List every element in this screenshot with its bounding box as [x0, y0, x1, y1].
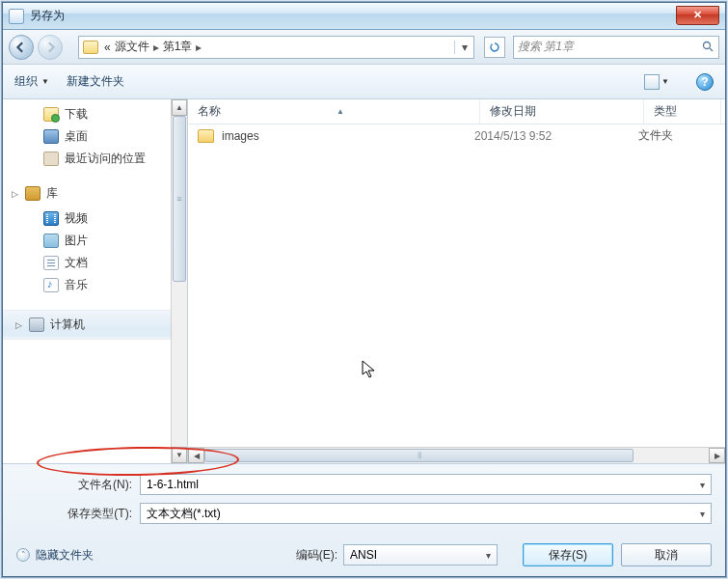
back-button[interactable] — [9, 35, 34, 60]
chevron-down-icon: ▼ — [41, 77, 49, 86]
view-menu[interactable]: ▼ — [644, 74, 669, 90]
window-title: 另存为 — [30, 8, 676, 24]
filetype-combo[interactable]: 文本文档(*.txt) — [140, 503, 712, 524]
folder-icon — [83, 41, 98, 54]
sidebar-tree: 下载 桌面 最近访问的位置 ▷ 库 视频 — [3, 99, 171, 463]
image-icon — [43, 234, 59, 248]
scroll-down-button[interactable]: ▼ — [172, 447, 187, 463]
encoding-label: 编码(E): — [296, 547, 337, 564]
computer-icon — [29, 317, 44, 332]
scroll-track[interactable] — [172, 116, 187, 447]
breadcrumb[interactable]: « 源文件 ▸ 第1章 ▸ ▾ — [78, 36, 474, 59]
music-icon — [43, 278, 59, 292]
chevron-right-icon: ▸ — [196, 41, 202, 54]
chevron-right-icon: ▷ — [14, 320, 23, 330]
search-icon — [702, 41, 715, 53]
sidebar-item-pictures[interactable]: 图片 — [3, 230, 171, 252]
help-button[interactable]: ? — [696, 73, 714, 91]
scroll-thumb[interactable] — [204, 449, 634, 462]
search-placeholder: 搜索 第1章 — [518, 39, 702, 55]
cursor-icon — [362, 360, 379, 381]
refresh-button[interactable] — [484, 37, 505, 58]
close-button[interactable]: ✕ — [676, 6, 719, 25]
breadcrumb-part[interactable]: 源文件 — [115, 39, 149, 55]
app-icon — [9, 9, 24, 24]
scroll-left-button[interactable]: ◀ — [188, 448, 204, 463]
nav-bar: « 源文件 ▸ 第1章 ▸ ▾ 搜索 第1章 — [3, 30, 725, 65]
filetype-label: 保存类型(T): — [16, 506, 140, 522]
filename-row: 文件名(N): 1-6-1.html — [16, 474, 712, 495]
column-name[interactable]: 名称 ▲ — [188, 99, 480, 124]
chevron-right-icon: ▸ — [153, 41, 159, 54]
footer-row: ˄ 隐藏文件夹 编码(E): ANSI 保存(S) 取消 — [16, 543, 712, 566]
sidebar-item-recent[interactable]: 最近访问的位置 — [3, 148, 171, 170]
chevron-right-icon: ▷ — [11, 189, 19, 199]
column-type[interactable]: 类型 — [644, 99, 721, 124]
breadcrumb-part[interactable]: 第1章 — [163, 39, 193, 55]
video-icon — [43, 211, 59, 226]
chevron-up-icon: ˄ — [16, 548, 30, 562]
forward-button[interactable] — [38, 35, 63, 60]
sidebar-group-library[interactable]: ▷ 库 — [3, 179, 171, 207]
file-list[interactable]: images 2014/5/13 9:52 文件夹 — [188, 124, 725, 447]
file-pane: 名称 ▲ 修改日期 类型 images 2014/5/13 9:52 文件夹 — [188, 99, 725, 463]
hide-folders-toggle[interactable]: ˄ 隐藏文件夹 — [16, 547, 94, 564]
filename-input[interactable]: 1-6-1.html — [140, 474, 712, 495]
scroll-thumb[interactable] — [173, 116, 186, 282]
folder-icon — [198, 129, 214, 143]
save-as-dialog: 另存为 ✕ « 源文件 ▸ 第1章 ▸ ▾ 搜索 第1章 组织 — [2, 2, 726, 577]
sidebar: 下载 桌面 最近访问的位置 ▷ 库 视频 — [3, 99, 188, 463]
horizontal-scrollbar[interactable]: ◀ ▶ — [188, 447, 725, 463]
new-folder-button[interactable]: 新建文件夹 — [67, 73, 124, 90]
sidebar-item-desktop[interactable]: 桌面 — [3, 125, 171, 148]
save-button[interactable]: 保存(S) — [523, 543, 613, 566]
recent-icon — [43, 152, 59, 166]
column-date[interactable]: 修改日期 — [480, 99, 644, 124]
organize-menu[interactable]: 组织 ▼ — [14, 73, 49, 90]
desktop-icon — [43, 129, 59, 144]
download-icon — [43, 107, 59, 122]
dialog-body: 下载 桌面 最近访问的位置 ▷ 库 视频 — [3, 99, 725, 464]
chevron-down-icon: ▼ — [661, 77, 669, 86]
list-item[interactable]: images 2014/5/13 9:52 文件夹 — [188, 124, 725, 147]
encoding-combo[interactable]: ANSI — [343, 544, 498, 565]
titlebar: 另存为 ✕ — [3, 3, 725, 30]
bottom-panel: 文件名(N): 1-6-1.html 保存类型(T): 文本文档(*.txt) … — [3, 464, 725, 576]
breadcrumb-dropdown[interactable]: ▾ — [454, 41, 470, 54]
svg-point-0 — [704, 42, 711, 49]
sidebar-item-video[interactable]: 视频 — [3, 207, 171, 230]
cancel-button[interactable]: 取消 — [621, 543, 712, 566]
filetype-row: 保存类型(T): 文本文档(*.txt) — [16, 503, 712, 524]
breadcrumb-prefix: « — [104, 41, 111, 54]
sidebar-item-music[interactable]: 音乐 — [3, 274, 171, 296]
scroll-track[interactable] — [204, 448, 709, 463]
sidebar-group-computer[interactable]: ▷ 计算机 — [3, 310, 171, 340]
search-input[interactable]: 搜索 第1章 — [513, 36, 719, 59]
scroll-up-button[interactable]: ▲ — [172, 99, 187, 116]
filename-label: 文件名(N): — [16, 477, 140, 493]
sidebar-item-documents[interactable]: 文档 — [3, 252, 171, 274]
toolbar: 组织 ▼ 新建文件夹 ▼ ? — [3, 65, 725, 99]
svg-line-1 — [710, 48, 713, 51]
sort-indicator-icon: ▲ — [337, 107, 344, 116]
document-icon — [43, 256, 59, 270]
column-headers: 名称 ▲ 修改日期 类型 — [188, 99, 725, 124]
sidebar-scrollbar[interactable]: ▲ ▼ — [171, 99, 187, 463]
sidebar-item-downloads[interactable]: 下载 — [3, 103, 171, 125]
library-icon — [25, 186, 40, 201]
scroll-right-button[interactable]: ▶ — [709, 448, 725, 463]
view-icon — [644, 74, 660, 90]
